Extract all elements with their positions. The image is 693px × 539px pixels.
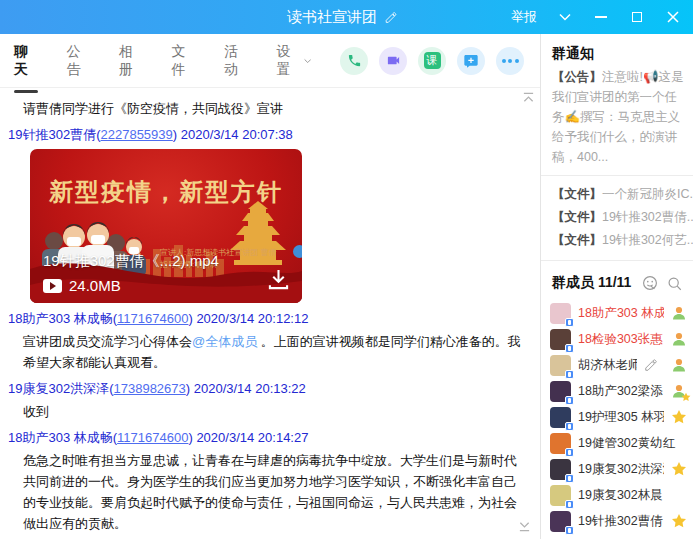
edit-title-icon[interactable] — [384, 11, 397, 24]
chat-message: 危急之时唯有担当方显忠诚，让青春在与肆虐的病毒抗争中绽放。大学生们是与新时代共同… — [23, 450, 524, 534]
titlebar-dropdown-icon[interactable] — [557, 9, 573, 25]
titlebar-controls: 举报 — [511, 8, 693, 26]
video-message-card[interactable]: 新型疫情，新型方针 宣讲人:新思想读书社宣讲团 曹倩 指导老师:胡济林 19针推… — [30, 149, 302, 303]
group-members-header: 群成员 11/11 — [541, 268, 693, 300]
qq-number-link[interactable]: 1738982673 — [113, 381, 185, 396]
mobile-online-icon — [565, 500, 574, 509]
member-level-icon — [671, 357, 687, 373]
message-time: 2020/3/14 20:14:27 — [196, 430, 308, 445]
anonymous-chat-icon[interactable] — [642, 275, 658, 291]
maximize-button[interactable] — [629, 9, 645, 25]
scroll-to-bottom-icon[interactable] — [518, 520, 531, 535]
group-announcement[interactable]: 【公告】注意啦!📢这是我们宣讲团的第一个任务✍撰写：马克思主义给予我们什么，的演… — [541, 66, 693, 167]
member-level-icon — [671, 331, 687, 347]
mention-all-link[interactable]: @全体成员 — [192, 334, 257, 349]
member-avatar — [550, 511, 571, 532]
member-avatar — [550, 329, 571, 350]
tab-activities[interactable]: 活动 — [224, 43, 248, 79]
main-area: 聊天 公告 相册 文件 活动 设置 课 — [0, 34, 693, 539]
group-sidebar: 群通知 【公告】注意啦!📢这是我们宣讲团的第一个任务✍撰写：马克思主义给予我们什… — [541, 34, 693, 539]
qq-group-chat-window: 读书社宣讲团 举报 聊天 公告 相册 文件 活动 — [0, 0, 693, 539]
video-meta: 24.0MB — [43, 277, 121, 294]
more-icon[interactable] — [496, 47, 524, 75]
tab-settings[interactable]: 设置 — [277, 43, 311, 79]
message-sender: 18助产303 林成畅(1171674600) 2020/3/14 20:14:… — [8, 429, 530, 447]
member-avatar — [550, 407, 571, 428]
minimize-button[interactable] — [593, 9, 609, 25]
tab-announcements[interactable]: 公告 — [67, 43, 91, 79]
mobile-online-icon — [565, 396, 574, 405]
member-avatar — [550, 381, 571, 402]
message-sender: 19针推302曹倩(2227855939) 2020/3/14 20:07:38 — [8, 126, 530, 144]
chat-message: 请曹倩同学进行《防空疫情，共同战役》宣讲 — [23, 98, 524, 119]
mobile-online-icon — [565, 474, 574, 483]
mobile-online-icon — [565, 526, 574, 535]
member-avatar — [550, 459, 571, 480]
member-avatar — [550, 485, 571, 506]
divider — [541, 260, 693, 261]
chat-history: 请曹倩同学进行《防空疫情，共同战役》宣讲 19针推302曹倩(222785593… — [0, 88, 540, 539]
member-level-icon — [671, 305, 687, 321]
mobile-online-icon — [565, 448, 574, 457]
qq-number-link[interactable]: 2227855939 — [100, 127, 172, 142]
qq-number-link[interactable]: 1171674600 — [117, 430, 188, 445]
chat-column: 聊天 公告 相册 文件 活动 设置 课 — [0, 34, 541, 539]
group-notice-header: 群通知 — [541, 41, 693, 66]
message-time: 2020/3/14 20:07:38 — [181, 127, 293, 142]
download-icon[interactable] — [267, 269, 290, 293]
mobile-online-icon — [565, 422, 574, 431]
members-count: 群成员 11/11 — [552, 274, 642, 292]
member-star-icon — [671, 461, 687, 477]
member-star-icon — [671, 409, 687, 425]
member-row[interactable]: 19康复302洪深泽 — [541, 456, 693, 482]
chat-message: 收到 — [23, 401, 524, 422]
scroll-to-top-icon[interactable] — [522, 92, 535, 107]
tab-album[interactable]: 相册 — [119, 43, 143, 79]
group-title-area: 读书社宣讲团 — [287, 8, 397, 27]
poster-blue-dot — [293, 245, 302, 258]
member-row[interactable]: 18助产302梁添 — [541, 378, 693, 404]
edit-member-card-icon[interactable] — [644, 358, 658, 372]
search-members-icon[interactable] — [667, 276, 682, 291]
mobile-online-icon — [565, 370, 574, 379]
tab-files[interactable]: 文件 — [172, 43, 196, 79]
chevron-down-icon — [304, 58, 311, 64]
group-course-icon[interactable]: 课 — [418, 47, 446, 75]
message-sender: 18助产303 林成畅(1171674600) 2020/3/14 20:12:… — [8, 310, 530, 328]
message-sender: 19康复302洪深泽(1738982673) 2020/3/14 20:13:2… — [8, 380, 530, 398]
qq-number-link[interactable]: 1171674600 — [117, 311, 188, 326]
member-row[interactable]: 19护理305 林羽 — [541, 404, 693, 430]
group-file-item[interactable]: 【文件】19针推302曹倩... — [541, 206, 693, 229]
member-star-icon — [671, 513, 687, 529]
mobile-online-icon — [565, 344, 574, 353]
video-call-icon[interactable] — [379, 47, 407, 75]
group-file-item[interactable]: 【文件】一个新冠肺炎IC... — [541, 183, 693, 206]
close-button[interactable] — [665, 9, 681, 25]
member-row[interactable]: 19健管302黄幼红 — [541, 430, 693, 456]
group-file-item[interactable]: 【文件】19针推302何艺... — [541, 229, 693, 252]
titlebar: 读书社宣讲团 举报 — [0, 0, 693, 34]
member-row[interactable]: 胡济林老师 — [541, 352, 693, 378]
new-group-chat-icon[interactable] — [457, 47, 485, 75]
member-row[interactable]: 19康复302林晨 — [541, 482, 693, 508]
member-avatar — [550, 355, 571, 376]
message-time: 2020/3/14 20:12:12 — [196, 311, 308, 326]
video-filename: 19针推302曹倩《...2).mp4 — [43, 252, 219, 271]
call-toolbar: 课 — [340, 47, 524, 75]
mobile-online-icon — [565, 318, 574, 327]
chat-message: 宣讲团成员交流学习心得体会@全体成员 。上面的宣讲视频都是同学们精心准备的。我希… — [23, 331, 524, 373]
video-size: 24.0MB — [69, 277, 121, 294]
member-avatar — [550, 303, 571, 324]
tab-chat[interactable]: 聊天 — [14, 43, 38, 79]
member-level-star-icon — [671, 383, 687, 399]
tab-bar: 聊天 公告 相册 文件 活动 设置 课 — [0, 34, 540, 88]
voice-call-icon[interactable] — [340, 47, 368, 75]
divider — [541, 175, 693, 176]
member-row[interactable]: 19针推302曹倩 — [541, 508, 693, 534]
member-row[interactable]: 18助产303 林成畅 — [541, 300, 693, 326]
message-time: 2020/3/14 20:13:22 — [194, 381, 306, 396]
video-poster-title: 新型疫情，新型方针 — [30, 176, 302, 208]
member-row[interactable]: 18检验303张惠 — [541, 326, 693, 352]
play-icon[interactable] — [43, 279, 62, 293]
report-button[interactable]: 举报 — [511, 8, 537, 26]
